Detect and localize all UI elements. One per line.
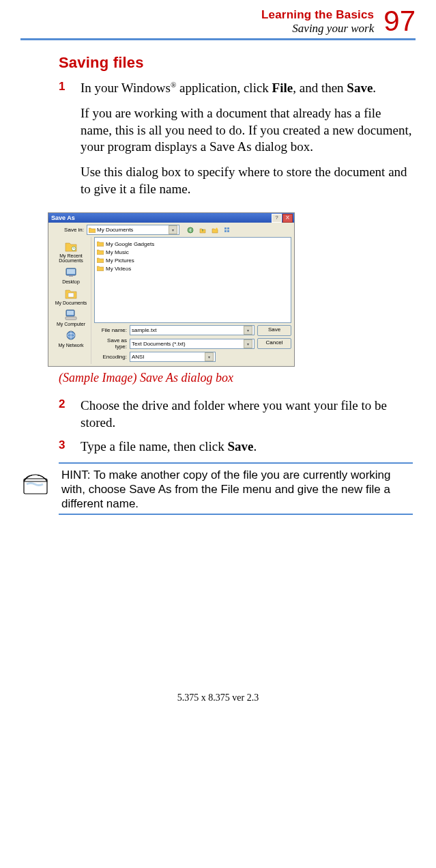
- footer-text: 5.375 x 8.375 ver 2.3: [20, 692, 416, 703]
- step-1-body: In your Windows® application, click File…: [81, 80, 413, 206]
- section-title: Saving your work: [261, 22, 374, 36]
- hint-rule-bottom: [59, 514, 413, 515]
- chevron-down-icon: ▾: [244, 326, 252, 335]
- registered-mark: ®: [171, 81, 176, 89]
- folder-icon: [97, 249, 104, 255]
- place-desktop-label: Desktop: [62, 279, 80, 284]
- encoding-label: Encoding:: [94, 354, 127, 360]
- file-name: My Google Gadgets: [106, 241, 154, 247]
- svg-rect-16: [24, 479, 47, 494]
- hint-text: HINT: To make another copy of the file y…: [61, 468, 410, 512]
- header-rule: [20, 38, 416, 40]
- step-2-body: Choose the drive and folder where you wa…: [81, 397, 413, 431]
- step-1-text-b: application, click: [176, 81, 272, 95]
- saveas-combo[interactable]: Text Documents (*.txt)▾: [130, 339, 255, 349]
- savein-label: Save in:: [51, 227, 84, 233]
- step-1-para2: Use this dialog box to specify where to …: [81, 164, 413, 197]
- svg-point-1: [216, 227, 218, 229]
- image-caption: (Sample Image) Save As dialog box: [59, 371, 413, 385]
- step-3-number: 3: [59, 438, 68, 456]
- mydocs-icon: [63, 287, 78, 300]
- svg-rect-2: [224, 227, 227, 229]
- computer-icon: [63, 308, 78, 322]
- encoding-value: ANSI: [132, 354, 145, 360]
- step-1-number: 1: [59, 80, 68, 206]
- svg-rect-13: [66, 317, 76, 320]
- dialog-title: Save As: [51, 214, 75, 221]
- step-1-bold-file: File: [272, 81, 293, 95]
- svg-rect-4: [224, 230, 227, 232]
- chevron-down-icon: ▾: [244, 339, 252, 348]
- step-1-bold-save: Save: [347, 81, 373, 95]
- svg-rect-3: [227, 227, 229, 229]
- svg-rect-12: [67, 311, 74, 315]
- file-name: My Music: [106, 249, 129, 255]
- savein-combo[interactable]: My Documents ▾: [87, 225, 179, 235]
- file-list[interactable]: My Google Gadgets My Music My Pictures M…: [94, 237, 291, 323]
- new-folder-icon[interactable]: [209, 225, 220, 235]
- dialog-titlebar: Save As ? X: [48, 213, 294, 223]
- hint-rule-top: [59, 462, 413, 464]
- step-2-number: 2: [59, 397, 68, 431]
- cancel-button[interactable]: Cancel: [257, 338, 291, 349]
- up-folder-icon[interactable]: [197, 225, 207, 235]
- step-3-body: Type a file name, then click Save.: [81, 438, 413, 456]
- file-name: My Videos: [106, 266, 131, 272]
- place-mycomp-label: My Computer: [57, 322, 85, 326]
- place-mydocs[interactable]: My Documents: [53, 285, 89, 307]
- svg-point-0: [188, 227, 193, 233]
- step-3-text-a: Type a file name, then click: [81, 439, 228, 453]
- saveas-value: Text Documents (*.txt): [132, 341, 186, 347]
- chapter-title: Learning the Basics: [261, 8, 374, 22]
- filename-input[interactable]: sample.txt▾: [130, 325, 255, 335]
- folder-icon: [97, 257, 104, 263]
- filename-label: File name:: [94, 327, 127, 333]
- heading-saving-files: Saving files: [59, 54, 413, 72]
- save-button[interactable]: Save: [257, 325, 291, 336]
- place-mynet-label: My Network: [59, 343, 84, 348]
- desktop-icon: [63, 266, 78, 279]
- network-icon: [63, 329, 78, 343]
- hint-icon: [20, 468, 50, 498]
- folder-icon: [97, 241, 104, 247]
- savein-value: My Documents: [97, 227, 133, 233]
- list-item[interactable]: My Google Gadgets: [97, 240, 289, 248]
- place-desktop[interactable]: Desktop: [53, 264, 89, 285]
- folder-icon: [89, 227, 96, 233]
- back-icon[interactable]: [185, 225, 195, 235]
- svg-rect-5: [227, 230, 229, 232]
- step-1-text-a: In your Windows: [81, 81, 171, 95]
- step-3-bold-save: Save: [228, 439, 254, 453]
- save-as-dialog: Save As ? X Save in: My Documents ▾: [48, 212, 295, 367]
- folder-icon: [97, 266, 104, 271]
- svg-rect-10: [68, 293, 74, 297]
- place-recent[interactable]: My Recent Documents: [53, 238, 89, 264]
- place-mydocs-label: My Documents: [55, 300, 87, 305]
- list-item[interactable]: My Pictures: [97, 256, 289, 264]
- filename-value: sample.txt: [132, 327, 156, 333]
- step-1-para1: If you are working with a document that …: [81, 105, 413, 156]
- list-item[interactable]: My Videos: [97, 264, 289, 272]
- place-recent-label: My Recent Documents: [53, 253, 89, 263]
- svg-rect-9: [69, 275, 73, 277]
- step-1-text-c: , and then: [293, 81, 347, 95]
- chevron-down-icon: ▾: [205, 352, 214, 361]
- close-button[interactable]: X: [282, 214, 293, 223]
- recent-icon: [63, 240, 78, 253]
- place-mynet[interactable]: My Network: [53, 328, 89, 349]
- list-item[interactable]: My Music: [97, 248, 289, 256]
- place-mycomp[interactable]: My Computer: [53, 307, 89, 328]
- saveas-label: Save as type:: [94, 337, 127, 350]
- svg-rect-8: [67, 269, 75, 274]
- step-1-text-d: .: [373, 81, 376, 95]
- file-name: My Pictures: [106, 257, 134, 264]
- chevron-down-icon: ▾: [169, 225, 177, 234]
- step-3-text-b: .: [254, 439, 257, 453]
- views-icon[interactable]: [222, 225, 232, 235]
- help-button[interactable]: ?: [272, 214, 282, 223]
- encoding-combo[interactable]: ANSI▾: [130, 352, 216, 362]
- page-number: 97: [383, 7, 416, 36]
